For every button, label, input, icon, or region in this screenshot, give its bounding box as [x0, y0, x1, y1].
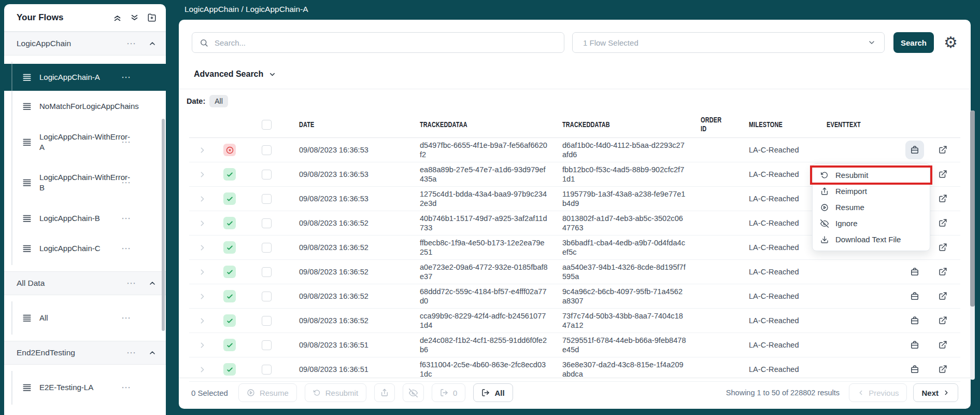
- sidebar-group-end2endtesting[interactable]: End2EndTesting ⋯: [4, 341, 166, 365]
- item-menu-icon[interactable]: ⋯: [121, 313, 132, 323]
- row-checkbox[interactable]: [262, 365, 272, 375]
- collapse-all-icon[interactable]: [113, 13, 122, 22]
- open-details-button[interactable]: [930, 170, 955, 179]
- previous-page-button[interactable]: Previous: [849, 383, 907, 402]
- table-row[interactable]: 09/08/2023 16:36:52 a0e723e2-09a6-4772-9…: [189, 260, 960, 284]
- open-details-button[interactable]: [930, 145, 955, 155]
- group-menu-icon[interactable]: ⋯: [126, 348, 137, 357]
- archive-button[interactable]: [905, 141, 924, 159]
- group-menu-icon[interactable]: ⋯: [126, 39, 137, 48]
- cell-date: 09/08/2023 16:36:53: [289, 170, 420, 178]
- expand-row-icon[interactable]: [189, 195, 215, 203]
- breadcrumb: LogicAppChain / LogicAppChain-A: [184, 5, 308, 14]
- archive-button[interactable]: [905, 360, 924, 379]
- open-details-button[interactable]: [930, 267, 955, 276]
- archive-button[interactable]: [905, 311, 924, 330]
- table-row[interactable]: 09/08/2023 16:36:52 cca99b9c-8229-42f4-a…: [189, 309, 960, 333]
- open-details-button[interactable]: [930, 316, 955, 325]
- row-checkbox[interactable]: [262, 243, 272, 253]
- item-menu-icon[interactable]: ⋯: [121, 244, 132, 253]
- sidebar-item-logicappchain-a[interactable]: LogicAppChain-A ⋯: [4, 64, 166, 91]
- menu-item-resubmit[interactable]: Resubmit: [813, 167, 930, 183]
- expand-row-icon[interactable]: [189, 316, 215, 325]
- open-details-button[interactable]: [930, 365, 955, 374]
- menu-item-reimport[interactable]: Reimport: [813, 183, 930, 199]
- chevron-up-icon[interactable]: [148, 349, 157, 357]
- menu-item-download-text-file[interactable]: Download Text File: [813, 231, 930, 247]
- advanced-search-toggle[interactable]: Advanced Search: [194, 70, 276, 79]
- row-checkbox[interactable]: [262, 194, 272, 204]
- archive-button[interactable]: [905, 287, 924, 306]
- gear-icon[interactable]: ⚙: [944, 35, 958, 50]
- expand-all-icon[interactable]: [130, 13, 139, 22]
- reimport-button[interactable]: [374, 383, 395, 402]
- archive-button[interactable]: [905, 336, 924, 354]
- ignore-button[interactable]: [403, 383, 424, 402]
- cell-trackeddataa: de24c082-f1b2-4cf1-8255-91dd6f0fe2b6: [420, 336, 562, 354]
- menu-item-ignore[interactable]: Ignore: [813, 215, 930, 231]
- sidebar-group-logicappchain[interactable]: LogicAppChain ⋯: [4, 32, 166, 56]
- row-checkbox[interactable]: [262, 170, 272, 179]
- table-scrollbar[interactable]: [970, 110, 975, 380]
- item-menu-icon[interactable]: ⋯: [121, 137, 132, 147]
- item-menu-icon[interactable]: ⋯: [121, 214, 132, 223]
- archive-button[interactable]: [905, 262, 924, 281]
- row-checkbox[interactable]: [262, 316, 272, 326]
- sidebar-item-e2e-testing-la[interactable]: E2E-Testing-LA ⋯: [4, 373, 166, 402]
- sidebar-item-logicappchain-witherror-b[interactable]: LogicAppChain-WithError-B ⋯: [4, 163, 166, 203]
- export-count-button[interactable]: 0: [432, 383, 465, 402]
- menu-item-resume[interactable]: Resume: [813, 199, 930, 215]
- open-details-button[interactable]: [930, 340, 955, 350]
- table-scrollbar-thumb[interactable]: [970, 110, 975, 307]
- table-row[interactable]: 09/08/2023 16:36:52 68ddd72c-559c-4184-b…: [189, 284, 960, 309]
- date-filter-chip[interactable]: All: [209, 95, 228, 107]
- select-all-checkbox[interactable]: [262, 120, 272, 130]
- row-checkbox[interactable]: [262, 218, 272, 228]
- expand-row-icon[interactable]: [189, 365, 215, 374]
- table-row[interactable]: 09/08/2023 16:36:53 d5497fbc-6655-4f1e-b…: [189, 138, 960, 162]
- search-icon: [200, 38, 208, 47]
- sidebar-item-nomatchforlogicappchains[interactable]: NoMatchForLogicAppChains ⋯: [4, 92, 166, 121]
- expand-row-icon[interactable]: [189, 146, 215, 155]
- sidebar-item-logicappchain-witherror-a[interactable]: LogicAppChain-WithError-A ⋯: [4, 122, 166, 162]
- row-checkbox[interactable]: [262, 145, 272, 155]
- search-input[interactable]: [214, 38, 557, 48]
- open-details-button[interactable]: [930, 243, 955, 252]
- chevron-up-icon[interactable]: [148, 279, 157, 287]
- table-row[interactable]: 09/08/2023 16:36:51 de24c082-f1b2-4cf1-8…: [189, 333, 960, 357]
- expand-row-icon[interactable]: [189, 243, 215, 252]
- sidebar-scrollbar[interactable]: [162, 119, 165, 331]
- open-details-button[interactable]: [930, 292, 955, 301]
- resume-icon: [820, 203, 829, 212]
- resubmit-button[interactable]: Resubmit: [305, 383, 366, 402]
- expand-row-icon[interactable]: [189, 341, 215, 350]
- next-page-button[interactable]: Next: [913, 383, 958, 402]
- sidebar-group-all-data[interactable]: All Data ⋯: [4, 271, 166, 295]
- resume-button[interactable]: Resume: [238, 383, 297, 402]
- new-folder-icon[interactable]: [147, 13, 157, 22]
- flow-select-dropdown[interactable]: 1 Flow Selected: [572, 32, 885, 53]
- open-details-button[interactable]: [930, 218, 955, 228]
- row-checkbox[interactable]: [262, 292, 272, 301]
- item-menu-icon[interactable]: ⋯: [121, 383, 132, 392]
- expand-row-icon[interactable]: [189, 268, 215, 276]
- row-checkbox[interactable]: [262, 267, 272, 277]
- sidebar-item-logicappchain-c[interactable]: LogicAppChain-C ⋯: [4, 234, 166, 263]
- expand-row-icon[interactable]: [189, 292, 215, 301]
- download-icon: [820, 236, 829, 244]
- expand-row-icon[interactable]: [189, 170, 215, 179]
- group-menu-icon[interactable]: ⋯: [126, 279, 137, 288]
- chevron-up-icon[interactable]: [148, 39, 157, 48]
- row-checkbox[interactable]: [262, 340, 272, 350]
- sidebar-item-logicappchain-b[interactable]: LogicAppChain-B ⋯: [4, 204, 166, 233]
- export-all-button[interactable]: All: [473, 383, 513, 402]
- item-menu-icon[interactable]: ⋯: [121, 102, 132, 111]
- open-details-button[interactable]: [930, 194, 955, 203]
- cell-trackeddataa: 1275c4d1-bdda-43a4-baa9-97b9c2342e3d: [420, 189, 562, 208]
- search-button[interactable]: Search: [893, 32, 934, 53]
- expand-row-icon[interactable]: [189, 219, 215, 228]
- item-menu-icon[interactable]: ⋯: [121, 178, 132, 187]
- flow-icon: [22, 72, 32, 82]
- sidebar-item-all[interactable]: All ⋯: [4, 303, 166, 333]
- item-menu-icon[interactable]: ⋯: [121, 73, 132, 82]
